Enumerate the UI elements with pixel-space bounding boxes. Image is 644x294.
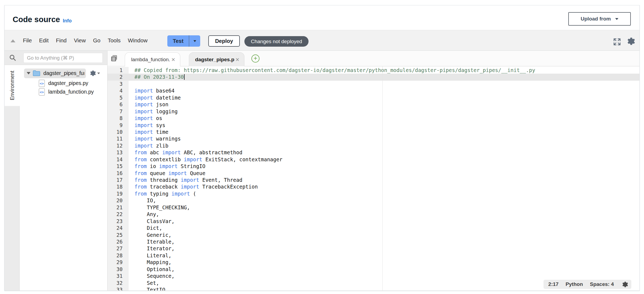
line-number[interactable]: 14 [108,156,129,163]
line-number[interactable]: 22 [108,211,129,218]
code-text[interactable]: from io import StringIO [129,163,205,170]
code-text[interactable]: Sequence, [129,273,175,279]
code-line[interactable]: 6import json [108,101,639,108]
line-number[interactable]: 18 [108,183,129,190]
code-line[interactable]: 2## On 2023-11-30 [108,74,639,80]
code-text[interactable]: Any, [129,211,159,218]
code-text[interactable]: Dict, [129,225,162,231]
code-line[interactable]: 31 Sequence, [108,273,639,279]
line-number[interactable]: 30 [108,266,129,273]
collapse-panel-icon[interactable] [11,39,15,42]
code-line[interactable]: 19from typing import ( [108,190,639,197]
tree-folder-row[interactable]: dagster_pipes_funct [20,69,107,79]
code-text[interactable]: Generic, [129,232,171,238]
code-text[interactable]: TYPE_CHECKING, [129,204,190,211]
line-number[interactable]: 6 [108,101,129,108]
code-text[interactable]: TextIO [129,286,165,290]
code-line[interactable]: 8import os [108,115,639,122]
close-icon[interactable] [234,57,240,63]
add-tab-icon[interactable] [251,54,259,63]
fullscreen-icon[interactable] [613,38,621,47]
deploy-button[interactable]: Deploy [208,35,240,47]
code-line[interactable]: 23 ClassVar, [108,218,639,225]
line-number[interactable]: 7 [108,108,129,115]
line-number[interactable]: 24 [108,225,129,231]
upload-from-button[interactable]: Upload from [568,12,631,26]
code-line[interactable]: 5import datetime [108,94,639,101]
line-number[interactable]: 20 [108,197,129,204]
line-number[interactable]: 33 [108,286,129,290]
code-text[interactable]: from queue import Queue [129,170,205,177]
tab-dagster-pipes[interactable]: dagster_pipes.py [189,52,244,66]
menu-file[interactable]: File [23,37,32,44]
code-line[interactable]: 28 Literal, [108,252,639,259]
menu-window[interactable]: Window [128,37,148,44]
code-line[interactable]: 1## Copied from: https://raw.githubuserc… [108,67,639,74]
line-number[interactable]: 8 [108,115,129,122]
line-number[interactable]: 27 [108,245,129,252]
tab-list-icon[interactable] [110,54,118,63]
indentation-setting[interactable]: Spaces: 4 [590,281,614,287]
line-number[interactable]: 9 [108,122,129,129]
code-text[interactable]: import json [129,101,168,108]
code-text[interactable]: ClassVar, [129,218,175,225]
code-text[interactable]: from traceback import TracebackException [129,183,258,190]
code-text[interactable]: import zlib [129,142,168,149]
code-line[interactable]: 4import base64 [108,87,639,94]
line-number[interactable]: 19 [108,190,129,197]
caret-down-icon[interactable] [27,72,30,74]
code-line[interactable]: 27 Iterator, [108,245,639,252]
line-number[interactable]: 23 [108,218,129,225]
line-number[interactable]: 5 [108,94,129,101]
close-icon[interactable] [170,57,176,63]
code-line[interactable]: 3 [108,81,639,87]
code-line[interactable]: 9import sys [108,122,639,129]
info-link[interactable]: Info [63,18,72,24]
code-text[interactable]: from abc import ABC, abstractmethod [129,149,242,156]
settings-gear-icon[interactable] [625,36,635,46]
code-text[interactable]: from typing import ( [129,190,196,197]
code-line[interactable]: 15from io import StringIO [108,163,639,170]
line-number[interactable]: 17 [108,177,129,183]
menu-go[interactable]: Go [93,37,100,44]
code-line[interactable]: 22 Any, [108,211,639,218]
tab-lambda-function[interactable]: lambda_function. [125,52,180,66]
code-text[interactable]: from contextlib import ExitStack, contex… [129,156,282,163]
line-number[interactable]: 32 [108,280,129,286]
code-line[interactable]: 12import zlib [108,142,639,149]
code-text[interactable]: ## On 2023-11-30 [129,74,185,80]
code-text[interactable]: import warnings [129,135,181,142]
code-line[interactable]: 25 Generic, [108,232,639,238]
line-number[interactable]: 29 [108,259,129,266]
tree-file-lambda-function[interactable]: <> lambda_function.py [20,88,107,96]
code-text[interactable]: import time [129,129,168,135]
test-button[interactable]: Test [167,35,189,47]
line-number[interactable]: 13 [108,149,129,156]
line-number[interactable]: 11 [108,135,129,142]
goto-anything-input[interactable] [23,53,103,63]
code-line[interactable]: 14from contextlib import ExitStack, cont… [108,156,639,163]
code-line[interactable]: 13from abc import ABC, abstractmethod [108,149,639,156]
code-text[interactable]: Mapping, [129,259,171,266]
code-text[interactable]: import logging [129,108,178,115]
line-number[interactable]: 1 [108,67,129,74]
menu-tools[interactable]: Tools [108,37,121,44]
code-line[interactable]: 7import logging [108,108,639,115]
code-line[interactable]: 16from queue import Queue [108,170,639,177]
code-text[interactable]: Literal, [129,252,171,259]
code-line[interactable]: 11import warnings [108,135,639,142]
code-text[interactable]: import base64 [129,87,175,94]
code-line[interactable]: 24 Dict, [108,225,639,231]
code-text[interactable]: ## Copied from: https://raw.githubuserco… [129,67,535,74]
line-number[interactable]: 2 [108,74,129,80]
tree-file-dagster-pipes[interactable]: <> dagster_pipes.py [20,79,107,88]
line-number[interactable]: 25 [108,232,129,238]
code-line[interactable]: 21 TYPE_CHECKING, [108,204,639,211]
tree-settings-button[interactable] [89,70,100,77]
code-text[interactable]: import datetime [129,94,181,101]
code-line[interactable]: 18from traceback import TracebackExcepti… [108,183,639,190]
line-number[interactable]: 21 [108,204,129,211]
line-number[interactable]: 16 [108,170,129,177]
cursor-position[interactable]: 2:17 [548,281,559,287]
code-line[interactable]: 26 Iterable, [108,238,639,245]
